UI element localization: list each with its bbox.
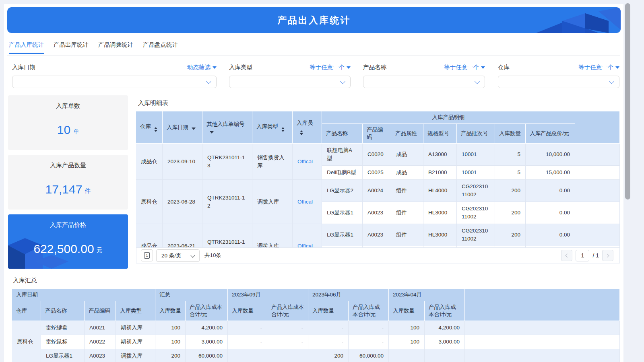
warehouse-cell: 成品仓 <box>136 224 163 247</box>
batch-cell: 10001 <box>457 166 495 180</box>
tab-2[interactable]: 产品调拨统计 <box>98 40 133 54</box>
summary-value-cell-3 <box>267 349 308 362</box>
page-size-value: 20 条/页 <box>161 253 182 259</box>
summary-value-cell-4: - <box>308 335 349 349</box>
stat-card-1: 入库产品数量17,147件 <box>8 155 128 210</box>
sort-both-icon <box>281 127 285 132</box>
product-attr-cell: 组件 <box>391 224 423 246</box>
col-header-4[interactable]: 入库员 <box>293 111 322 144</box>
page-count-label: / 1 <box>592 252 599 259</box>
tab-3[interactable]: 产品盘点统计 <box>143 40 178 54</box>
total-price-cell: 10,000.00 <box>526 144 575 166</box>
tab-bar: 产品入库统计产品出库统计产品调拨统计产品盘点统计 <box>7 40 620 56</box>
summary-value-cell-5: - <box>349 321 389 335</box>
summary-filler-cell <box>465 321 620 335</box>
total-price-cell: 0.00 <box>526 202 575 224</box>
summary-value-cell-3: - <box>267 321 308 335</box>
product-col-header-5[interactable]: 入库数量 <box>495 124 526 144</box>
col-header-2[interactable]: 其他入库单编号 <box>202 111 252 144</box>
chevron-down-icon <box>475 79 480 84</box>
filler-cell <box>575 202 620 224</box>
spec-cell: B21000 <box>423 166 457 180</box>
product-col-header-4[interactable]: 产品批次号 <box>457 124 495 144</box>
chevron-down-icon <box>340 79 345 84</box>
product-code-cell: A0023 <box>363 202 391 224</box>
summary-table-container: 入库日期汇总2023年09月2023年06月2023年04月仓库产品名称产品编码… <box>12 289 620 362</box>
tab-1[interactable]: 产品出库统计 <box>54 40 89 54</box>
product-col-header-6[interactable]: 入库产品总价/元 <box>526 124 575 144</box>
operator-link[interactable]: Offical <box>297 158 313 165</box>
product-name-cell: Dell电脑B型 <box>322 166 363 180</box>
product-col-header-1[interactable]: 产品编码 <box>363 124 391 144</box>
filter-group-0: 入库日期动态筛选 <box>12 63 217 88</box>
chevron-left-icon <box>566 253 570 257</box>
filter-head-1: 入库类型等于任意一个 <box>229 63 351 72</box>
operator-link[interactable]: Offical <box>297 199 313 205</box>
summary-metric-col-1-1: 产品入库成本合计/元 <box>267 301 308 321</box>
product-group-header: 入库产品明细 <box>322 111 575 124</box>
filter-condition-2[interactable]: 等于任意一个 <box>444 64 485 71</box>
product-code-cell: C0025 <box>363 166 391 180</box>
type-cell: 调拨入库 <box>252 180 293 224</box>
filter-select-3[interactable] <box>498 76 619 88</box>
product-col-header-3[interactable]: 规格型号 <box>423 124 457 144</box>
order-no-cell: QTRK231011-13 <box>202 144 252 180</box>
filter-condition-3[interactable]: 等于任意一个 <box>578 64 619 71</box>
summary-value-cell-6 <box>389 349 425 362</box>
stat-card-value-1: 17,147件 <box>45 169 91 210</box>
filter-select-0[interactable] <box>12 76 217 88</box>
product-attr-cell: 组件 <box>391 202 423 224</box>
col-header-0[interactable]: 仓库 <box>136 111 163 144</box>
col-header-3[interactable]: 入库类型 <box>252 111 293 144</box>
product-code-cell: A0023 <box>363 224 391 246</box>
caret-down-icon <box>154 130 157 132</box>
summary-metric-col-0-0: 入库数量 <box>155 301 186 321</box>
filter-condition-0[interactable]: 动态筛选 <box>187 64 217 71</box>
filter-select-1[interactable] <box>229 76 351 88</box>
summary-base-col-0: 仓库 <box>12 301 41 321</box>
product-col-header-2[interactable]: 产品属性 <box>391 124 423 144</box>
operator-cell: Offical <box>293 144 322 180</box>
page-number-input[interactable] <box>576 250 589 261</box>
tab-0[interactable]: 产品入库统计 <box>9 40 44 54</box>
operator-link[interactable]: Offical <box>297 243 313 248</box>
summary-value-cell-1: 60,000.00 <box>186 349 228 362</box>
caret-down-icon <box>347 66 351 69</box>
total-count-label: 共10条 <box>204 252 221 259</box>
batch-cell: 10001 <box>457 144 495 166</box>
summary-metric-col-1-0: 入库数量 <box>228 301 267 321</box>
next-page-button[interactable] <box>602 250 613 261</box>
filler-cell <box>575 224 620 246</box>
summary-code-cell: A0023 <box>85 349 116 362</box>
summary-metric-col-3-0: 入库数量 <box>389 301 425 321</box>
filter-label-0: 入库日期 <box>12 64 35 71</box>
vertical-scrollbar-thumb[interactable] <box>625 3 630 200</box>
summary-value-cell-7: 4,200.00 <box>425 321 465 335</box>
filter-condition-1[interactable]: 等于任意一个 <box>310 64 351 71</box>
qty-cell: 200 <box>495 180 526 202</box>
caret-up-icon <box>154 127 157 129</box>
summary-base-col-2: 产品编码 <box>85 301 116 321</box>
chevron-down-icon <box>190 253 195 257</box>
filter-head-3: 仓库等于任意一个 <box>498 63 619 72</box>
summary-row: LG显示器1A0023调拨入库20060,000.0020060,000.00 <box>12 349 620 362</box>
caret-down-icon <box>281 130 285 132</box>
summary-type-cell: 期初入库 <box>116 321 155 335</box>
page-size-select[interactable]: 20 条/页 <box>156 249 200 262</box>
summary-value-cell-1: 4,200.00 <box>186 321 228 335</box>
summary-type-cell: 调拨入库 <box>116 349 155 362</box>
product-col-header-0[interactable]: 产品名称 <box>322 124 363 144</box>
stat-value-number: 10 <box>57 123 70 137</box>
detail-row: 原料仓2023-06-28QTRK231011-12调拨入库OfficalLG显… <box>136 180 620 202</box>
col-header-1[interactable]: 入库日期 <box>163 111 202 144</box>
filler-cell <box>575 166 620 180</box>
qty-cell: 200 <box>495 202 526 224</box>
filter-head-2: 产品名称等于任意一个 <box>363 63 485 72</box>
product-name-cell: LG显示器1 <box>322 224 363 246</box>
batch-cell: CG20231011002 <box>457 224 495 246</box>
pagination-layout-button[interactable]: 1 <box>141 249 153 261</box>
sort-desc-icon <box>210 131 214 134</box>
sort-both-icon <box>154 127 157 132</box>
filter-select-2[interactable] <box>363 76 485 88</box>
prev-page-button[interactable] <box>561 250 572 261</box>
